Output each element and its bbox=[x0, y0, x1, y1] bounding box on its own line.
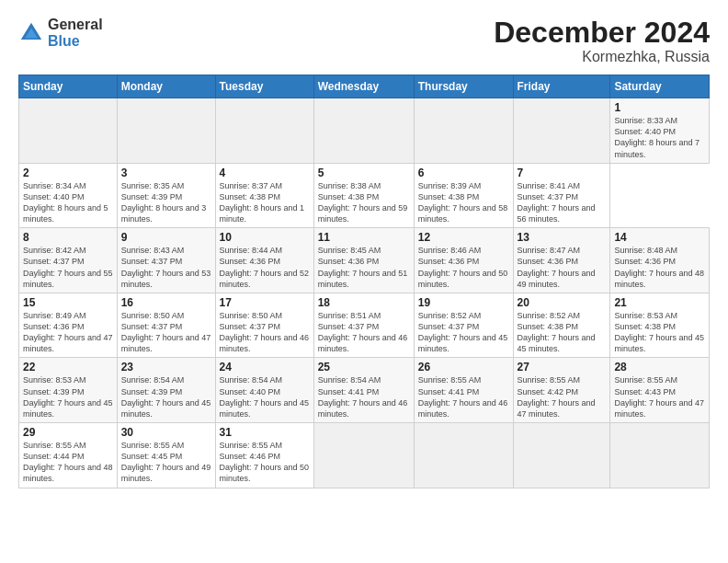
day-info: Sunrise: 8:55 AMSunset: 4:46 PMDaylight:… bbox=[220, 441, 310, 483]
header: General Blue December 2024 Kormezhka, Ru… bbox=[18, 17, 710, 65]
day-info: Sunrise: 8:39 AMSunset: 4:38 PMDaylight:… bbox=[418, 181, 508, 224]
day-number: 11 bbox=[318, 231, 410, 244]
day-info: Sunrise: 8:50 AMSunset: 4:37 PMDaylight:… bbox=[220, 311, 310, 353]
header-friday: Friday bbox=[513, 75, 610, 98]
day-number: 17 bbox=[220, 296, 310, 309]
day-info: Sunrise: 8:54 AMSunset: 4:40 PMDaylight:… bbox=[220, 375, 310, 418]
logo: General Blue bbox=[18, 17, 103, 49]
empty-cell bbox=[513, 98, 610, 164]
day-number: 20 bbox=[518, 296, 607, 309]
day-info: Sunrise: 8:51 AMSunset: 4:37 PMDaylight:… bbox=[318, 311, 408, 353]
day-info: Sunrise: 8:46 AMSunset: 4:36 PMDaylight:… bbox=[418, 246, 508, 288]
empty-cell bbox=[215, 98, 313, 164]
day-info: Sunrise: 8:55 AMSunset: 4:45 PMDaylight:… bbox=[121, 441, 211, 483]
calendar-week-6: 29Sunrise: 8:55 AMSunset: 4:44 PMDayligh… bbox=[19, 423, 710, 488]
day-cell: 26Sunrise: 8:55 AMSunset: 4:41 PMDayligh… bbox=[414, 358, 513, 423]
day-cell: 22Sunrise: 8:53 AMSunset: 4:39 PMDayligh… bbox=[19, 358, 118, 423]
day-info: Sunrise: 8:43 AMSunset: 4:37 PMDaylight:… bbox=[121, 246, 211, 288]
day-cell: 24Sunrise: 8:54 AMSunset: 4:40 PMDayligh… bbox=[215, 358, 313, 423]
day-number: 15 bbox=[23, 296, 113, 309]
day-info: Sunrise: 8:35 AMSunset: 4:39 PMDaylight:… bbox=[121, 181, 207, 224]
day-info: Sunrise: 8:53 AMSunset: 4:38 PMDaylight:… bbox=[614, 311, 704, 353]
header-wednesday: Wednesday bbox=[313, 75, 414, 98]
empty-cell bbox=[117, 98, 215, 164]
day-cell: 10Sunrise: 8:44 AMSunset: 4:36 PMDayligh… bbox=[215, 228, 313, 293]
day-cell bbox=[513, 423, 610, 488]
day-number: 4 bbox=[220, 167, 310, 179]
day-number: 23 bbox=[121, 361, 211, 373]
day-cell bbox=[610, 423, 710, 488]
day-info: Sunrise: 8:47 AMSunset: 4:36 PMDaylight:… bbox=[518, 246, 596, 288]
logo-icon bbox=[18, 20, 44, 46]
day-cell: 2Sunrise: 8:34 AMSunset: 4:40 PMDaylight… bbox=[19, 163, 118, 228]
empty-cell bbox=[313, 98, 414, 164]
day-number: 21 bbox=[614, 296, 705, 309]
day-cell: 7Sunrise: 8:41 AMSunset: 4:37 PMDaylight… bbox=[513, 163, 610, 228]
day-info: Sunrise: 8:44 AMSunset: 4:36 PMDaylight:… bbox=[220, 246, 310, 288]
day-number: 1 bbox=[614, 101, 705, 114]
day-info: Sunrise: 8:52 AMSunset: 4:37 PMDaylight:… bbox=[418, 311, 508, 353]
day-info: Sunrise: 8:48 AMSunset: 4:36 PMDaylight:… bbox=[614, 246, 704, 288]
day-info: Sunrise: 8:49 AMSunset: 4:36 PMDaylight:… bbox=[23, 311, 113, 353]
day-info: Sunrise: 8:54 AMSunset: 4:39 PMDaylight:… bbox=[121, 375, 211, 418]
header-saturday: Saturday bbox=[610, 75, 710, 98]
day-info: Sunrise: 8:38 AMSunset: 4:38 PMDaylight:… bbox=[318, 181, 408, 224]
day-cell: 25Sunrise: 8:54 AMSunset: 4:41 PMDayligh… bbox=[313, 358, 414, 423]
day-number: 24 bbox=[220, 361, 310, 373]
day-number: 7 bbox=[518, 167, 607, 179]
day-number: 10 bbox=[220, 231, 310, 244]
day-number: 30 bbox=[121, 426, 211, 439]
day-cell: 31Sunrise: 8:55 AMSunset: 4:46 PMDayligh… bbox=[215, 423, 313, 488]
day-info: Sunrise: 8:41 AMSunset: 4:37 PMDaylight:… bbox=[518, 181, 596, 224]
day-info: Sunrise: 8:55 AMSunset: 4:43 PMDaylight:… bbox=[614, 375, 704, 418]
day-cell: 27Sunrise: 8:55 AMSunset: 4:42 PMDayligh… bbox=[513, 358, 610, 423]
day-cell: 13Sunrise: 8:47 AMSunset: 4:36 PMDayligh… bbox=[513, 228, 610, 293]
day-number: 8 bbox=[23, 231, 113, 244]
page: General Blue December 2024 Kormezhka, Ru… bbox=[0, 0, 728, 563]
logo-text: General Blue bbox=[48, 17, 103, 49]
day-number: 13 bbox=[518, 231, 607, 244]
day-number: 3 bbox=[121, 167, 211, 179]
day-number: 2 bbox=[23, 167, 113, 179]
day-cell: 21Sunrise: 8:53 AMSunset: 4:38 PMDayligh… bbox=[610, 293, 710, 358]
day-info: Sunrise: 8:54 AMSunset: 4:41 PMDaylight:… bbox=[318, 375, 408, 418]
day-info: Sunrise: 8:37 AMSunset: 4:38 PMDaylight:… bbox=[220, 181, 305, 224]
day-number: 18 bbox=[318, 296, 410, 309]
calendar-week-5: 22Sunrise: 8:53 AMSunset: 4:39 PMDayligh… bbox=[19, 358, 710, 423]
day-cell: 1Sunrise: 8:33 AMSunset: 4:40 PMDaylight… bbox=[610, 98, 710, 164]
day-number: 14 bbox=[614, 231, 705, 244]
title-month: December 2024 bbox=[494, 17, 710, 49]
header-tuesday: Tuesday bbox=[215, 75, 313, 98]
day-number: 6 bbox=[418, 167, 509, 179]
day-number: 28 bbox=[614, 361, 705, 373]
logo-general: General bbox=[48, 17, 103, 33]
day-number: 31 bbox=[220, 426, 310, 439]
day-number: 16 bbox=[121, 296, 211, 309]
day-number: 22 bbox=[23, 361, 113, 373]
day-cell: 9Sunrise: 8:43 AMSunset: 4:37 PMDaylight… bbox=[117, 228, 215, 293]
day-info: Sunrise: 8:50 AMSunset: 4:37 PMDaylight:… bbox=[121, 311, 211, 353]
day-cell: 29Sunrise: 8:55 AMSunset: 4:44 PMDayligh… bbox=[19, 423, 118, 488]
day-cell: 19Sunrise: 8:52 AMSunset: 4:37 PMDayligh… bbox=[414, 293, 513, 358]
day-info: Sunrise: 8:55 AMSunset: 4:42 PMDaylight:… bbox=[518, 375, 596, 418]
header-sunday: Sunday bbox=[19, 75, 118, 98]
day-cell: 16Sunrise: 8:50 AMSunset: 4:37 PMDayligh… bbox=[117, 293, 215, 358]
day-info: Sunrise: 8:34 AMSunset: 4:40 PMDaylight:… bbox=[23, 181, 108, 224]
calendar-week-2: 2Sunrise: 8:34 AMSunset: 4:40 PMDaylight… bbox=[19, 163, 710, 228]
title-location: Kormezhka, Russia bbox=[494, 49, 710, 65]
calendar-week-4: 15Sunrise: 8:49 AMSunset: 4:36 PMDayligh… bbox=[19, 293, 710, 358]
logo-blue: Blue bbox=[48, 33, 103, 50]
day-cell: 20Sunrise: 8:52 AMSunset: 4:38 PMDayligh… bbox=[513, 293, 610, 358]
header-monday: Monday bbox=[117, 75, 215, 98]
day-cell: 28Sunrise: 8:55 AMSunset: 4:43 PMDayligh… bbox=[610, 358, 710, 423]
day-info: Sunrise: 8:52 AMSunset: 4:38 PMDaylight:… bbox=[518, 311, 596, 353]
day-cell: 15Sunrise: 8:49 AMSunset: 4:36 PMDayligh… bbox=[19, 293, 118, 358]
day-info: Sunrise: 8:45 AMSunset: 4:36 PMDaylight:… bbox=[318, 246, 408, 288]
day-cell: 12Sunrise: 8:46 AMSunset: 4:36 PMDayligh… bbox=[414, 228, 513, 293]
day-info: Sunrise: 8:55 AMSunset: 4:44 PMDaylight:… bbox=[23, 441, 113, 483]
day-info: Sunrise: 8:42 AMSunset: 4:37 PMDaylight:… bbox=[23, 246, 113, 288]
day-number: 19 bbox=[418, 296, 509, 309]
empty-cell bbox=[19, 98, 118, 164]
day-cell: 8Sunrise: 8:42 AMSunset: 4:37 PMDaylight… bbox=[19, 228, 118, 293]
day-number: 26 bbox=[418, 361, 509, 373]
